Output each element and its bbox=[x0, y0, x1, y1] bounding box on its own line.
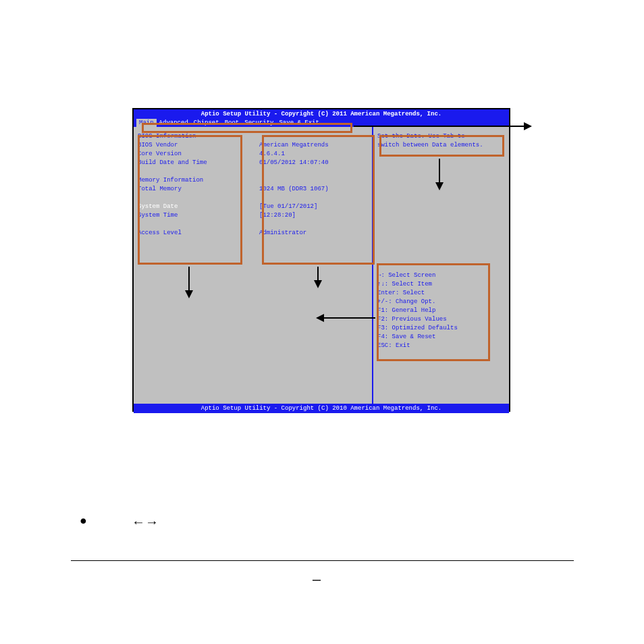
core-value: 4.6.4.1 bbox=[259, 150, 368, 159]
menu-chipset[interactable]: Chipset bbox=[191, 119, 222, 127]
key-esc: ESC: Exit bbox=[377, 342, 505, 350]
bios-title-bar: Aptio Setup Utility - Copyright (C) 2011… bbox=[134, 109, 509, 119]
key-f1: F1: General Help bbox=[377, 306, 505, 315]
vendor-label: BIOS Vendor bbox=[138, 141, 259, 150]
bios-info-header: BIOS Information bbox=[138, 132, 259, 141]
key-select-screen: ↔: Select Screen bbox=[377, 271, 505, 280]
bios-main-area: BIOS Information BIOS VendorAmerican Meg… bbox=[134, 127, 509, 404]
mem-header: Memory Information bbox=[138, 176, 259, 185]
build-label: Build Date and Time bbox=[138, 159, 259, 167]
context-help-1: Set the Date. Use Tab to bbox=[377, 132, 505, 141]
bios-right-pane: Set the Date. Use Tab to switch between … bbox=[373, 127, 509, 404]
system-time-value[interactable]: [12:28:20] bbox=[259, 211, 368, 220]
key-f3: F3: Optimized Defaults bbox=[377, 324, 505, 333]
context-help-2: switch between Data elements. bbox=[377, 141, 505, 150]
doc-horizontal-rule bbox=[71, 560, 574, 561]
menu-security[interactable]: Security bbox=[242, 119, 276, 127]
menu-boot[interactable]: Boot bbox=[222, 119, 242, 127]
key-f2: F2: Previous Values bbox=[377, 315, 505, 324]
build-value: 01/05/2012 14:07:40 bbox=[259, 159, 368, 167]
vendor-value: American Megatrends bbox=[259, 141, 368, 150]
key-f4: F4: Save & Reset bbox=[377, 333, 505, 342]
bios-menu-bar: Main Advanced Chipset Boot Security Save… bbox=[134, 119, 509, 127]
key-enter: Enter: Select bbox=[377, 289, 505, 298]
mem-label: Total Memory bbox=[138, 185, 259, 194]
key-help-block: ↔: Select Screen ↑↓: Select Item Enter: … bbox=[377, 271, 505, 350]
menu-save-exit[interactable]: Save & Exit bbox=[276, 119, 321, 127]
key-select-item: ↑↓: Select Item bbox=[377, 280, 505, 289]
access-value: Administrator bbox=[259, 229, 368, 238]
bios-footer: Aptio Setup Utility - Copyright (C) 2010… bbox=[134, 404, 509, 413]
mem-value: 1024 MB (DDR3 1067) bbox=[259, 185, 368, 194]
access-label: Access Level bbox=[138, 229, 259, 238]
menu-advanced[interactable]: Advanced bbox=[157, 119, 191, 127]
system-time-label[interactable]: System Time bbox=[138, 211, 259, 220]
key-change-opt: +/-: Change Opt. bbox=[377, 298, 505, 306]
doc-arrows-icon: ←→ bbox=[132, 514, 159, 530]
doc-bullet-icon: ● bbox=[80, 514, 87, 528]
bios-screen: Aptio Setup Utility - Copyright (C) 2011… bbox=[132, 108, 510, 412]
system-date-label[interactable]: System Date bbox=[138, 203, 259, 211]
system-date-value[interactable]: [Tue 01/17/2012] bbox=[259, 203, 368, 211]
bios-left-pane: BIOS Information BIOS VendorAmerican Meg… bbox=[134, 127, 373, 404]
core-label: Core Version bbox=[138, 150, 259, 159]
doc-dash: — bbox=[313, 572, 321, 588]
menu-main[interactable]: Main bbox=[136, 119, 157, 127]
